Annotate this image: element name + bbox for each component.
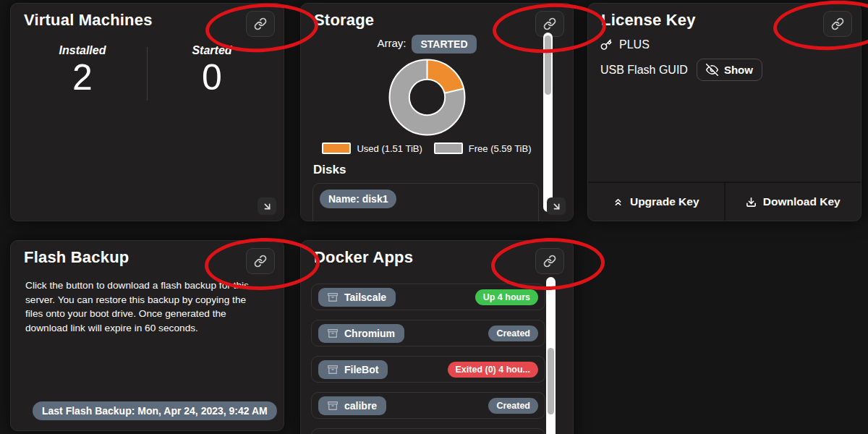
virtual-machines-title: Virtual Machines — [24, 11, 153, 30]
docker-app-row-partial[interactable] — [311, 428, 545, 434]
license-key-link-button[interactable] — [823, 11, 852, 37]
legend-swatch-free — [434, 142, 463, 154]
card-header: Virtual Machines — [24, 11, 275, 37]
flash-backup-link-button[interactable] — [246, 248, 275, 274]
guid-label: USB Flash GUID — [600, 64, 688, 77]
docker-scrollbar-thumb[interactable] — [548, 348, 554, 414]
docker-apps-title: Docker Apps — [314, 248, 413, 267]
show-guid-label: Show — [724, 64, 753, 76]
arrow-down-right-icon — [551, 201, 562, 212]
legend-label: Used (1.51 TiB) — [357, 143, 422, 154]
docker-app-name: FileBot — [344, 364, 378, 375]
guid-row: USB Flash GUID Show — [600, 59, 762, 81]
virtual-machines-link-button[interactable] — [246, 11, 275, 37]
docker-app-row[interactable]: FileBot Exited (0) 4 hou... — [311, 356, 545, 383]
upgrade-key-label: Upgrade Key — [630, 195, 699, 208]
license-key-card: License Key PLUS USB Flash GUID Show Upg… — [587, 3, 861, 221]
virtual-machines-card: Virtual Machines Installed 2 Started 0 — [10, 3, 284, 221]
card-header: License Key — [601, 11, 852, 37]
flash-backup-card: Flash Backup Click the button to downloa… — [10, 240, 284, 431]
link-icon — [543, 255, 556, 268]
storage-donut-chart — [387, 57, 467, 137]
stat-value: 0 — [148, 59, 276, 97]
donut-legend: Used (1.51 TiB) Free (5.59 TiB) — [312, 142, 541, 154]
card-header: Storage — [314, 11, 564, 37]
eye-off-icon — [706, 64, 718, 76]
storage-donut-wrap — [312, 57, 541, 137]
storage-card: Storage Array:STARTED Used (1.51 TiB) Fr… — [300, 3, 574, 221]
license-footer: Upgrade Key Download Key — [588, 182, 861, 221]
docker-app-status-badge: Up 4 hours — [475, 289, 538, 305]
vm-stat-installed: Installed 2 — [18, 44, 147, 97]
stat-value: 2 — [18, 59, 147, 97]
storage-title: Storage — [314, 11, 374, 30]
legend-item-free: Free (5.59 TiB) — [434, 142, 532, 154]
array-status-badge: STARTED — [412, 35, 476, 54]
storage-scrollbar-thumb[interactable] — [545, 35, 551, 95]
docker-app-name-badge[interactable]: FileBot — [318, 360, 388, 379]
legend-swatch-used — [322, 142, 351, 154]
stat-label: Started — [148, 44, 276, 57]
docker-app-name: calibre — [344, 400, 377, 412]
docker-app-row[interactable]: calibre Created — [311, 392, 545, 419]
key-icon — [600, 39, 612, 51]
docker-app-row[interactable]: Chromium Created — [311, 320, 545, 346]
link-icon — [543, 17, 556, 30]
resize-handle[interactable] — [258, 197, 276, 215]
disks-heading: Disks — [313, 163, 346, 177]
docker-app-name: Chromium — [344, 328, 395, 339]
disk-name-badge: Name: disk1 — [320, 190, 396, 208]
link-icon — [254, 17, 267, 30]
legend-label: Free (5.59 TiB) — [469, 143, 532, 154]
card-header: Flash Backup — [24, 248, 275, 274]
show-guid-button[interactable]: Show — [697, 59, 762, 81]
download-key-label: Download Key — [763, 195, 841, 208]
dashboard: { "cards": { "virtual_machines": { "titl… — [0, 0, 868, 434]
docker-app-status-badge: Exited (0) 4 hou... — [448, 362, 539, 378]
array-status-row: Array:STARTED — [312, 35, 541, 54]
docker-app-status-badge: Created — [488, 398, 538, 414]
chevrons-up-icon — [613, 197, 624, 208]
download-key-button[interactable]: Download Key — [724, 183, 861, 221]
array-label: Array: — [377, 37, 406, 49]
arrow-down-right-icon — [262, 201, 273, 212]
upgrade-key-button[interactable]: Upgrade Key — [588, 183, 724, 221]
docker-app-list: Tailscale Up 4 hours Chromium Created Fi… — [311, 284, 545, 434]
docker-apps-link-button[interactable] — [535, 248, 564, 274]
card-header: Docker Apps — [314, 248, 564, 274]
archive-icon — [328, 401, 338, 411]
legend-item-used: Used (1.51 TiB) — [322, 142, 422, 154]
docker-scrollbar-track[interactable] — [546, 277, 556, 434]
archive-icon — [328, 328, 338, 339]
link-icon — [254, 255, 267, 268]
license-key-title: License Key — [601, 11, 696, 30]
docker-app-row[interactable]: Tailscale Up 4 hours — [311, 284, 545, 310]
docker-apps-card: Docker Apps Tailscale Up 4 hours Chromiu… — [300, 240, 574, 434]
flash-backup-description: Click the button to download a flash bac… — [25, 278, 265, 335]
stat-label: Installed — [18, 44, 147, 57]
download-icon — [746, 197, 757, 208]
docker-app-status-badge: Created — [488, 326, 538, 341]
link-icon — [831, 17, 844, 30]
license-type-row: PLUS — [600, 38, 650, 51]
storage-scrollbar-track[interactable] — [543, 33, 553, 212]
disk-list-item[interactable]: Name: disk1 — [312, 183, 539, 221]
docker-app-name-badge[interactable]: calibre — [318, 396, 386, 415]
docker-app-name-badge[interactable]: Tailscale — [318, 288, 396, 307]
archive-icon — [328, 365, 338, 375]
archive-icon — [328, 292, 338, 302]
last-flash-backup-badge: Last Flash Backup: Mon, Apr 24, 2023, 9:… — [33, 401, 277, 420]
docker-app-name: Tailscale — [344, 292, 386, 303]
vm-stat-started: Started 0 — [148, 44, 276, 97]
flash-backup-title: Flash Backup — [24, 248, 129, 267]
vm-stats: Installed 2 Started 0 — [18, 44, 276, 101]
docker-app-name-badge[interactable]: Chromium — [318, 324, 404, 343]
resize-handle[interactable] — [547, 197, 566, 215]
license-type-label: PLUS — [619, 38, 650, 51]
